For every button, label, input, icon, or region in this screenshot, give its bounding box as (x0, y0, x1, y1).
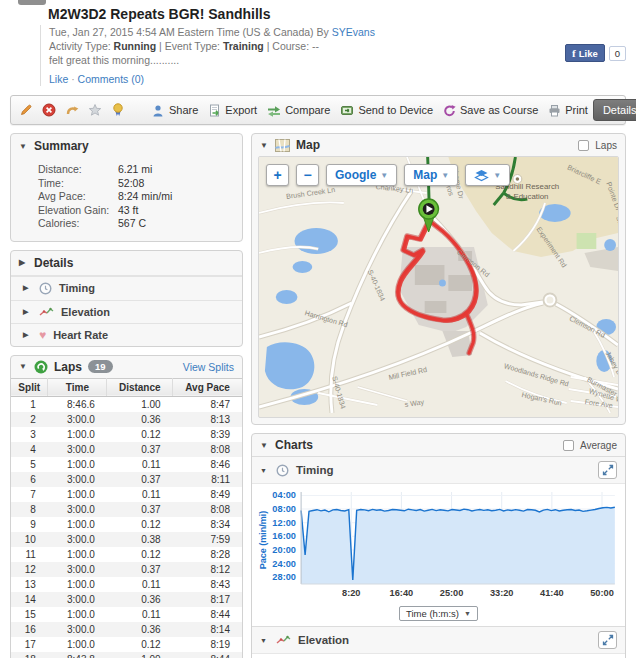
summary-value: 52:08 (118, 177, 144, 191)
map-controls: + − Google▼ Map▼ ▼ (266, 164, 510, 186)
elevation-chart-header[interactable]: ▼ Elevation (252, 626, 625, 653)
summary-panel: ▼ Summary Distance:6.21 mi Time:52:08 Av… (10, 133, 243, 242)
x-axis-unit-dropdown[interactable]: Time (h:m:s)▼ (399, 606, 478, 621)
map-layers-dropdown[interactable]: ▼ (465, 164, 510, 186)
details-item-heart-rate[interactable]: ▶ ♥ Heart Rate (11, 323, 242, 346)
social-links: Like · Comments (0) (49, 72, 626, 86)
comments-link[interactable]: Comments (0) (78, 73, 145, 85)
print-button[interactable]: Print (543, 101, 593, 120)
map-canvas[interactable]: Clemson RdS-40-1834S-40-1834Harrington R… (258, 156, 619, 418)
table-row[interactable]: 23:00.00.368:13 (11, 412, 242, 427)
save-as-course-button[interactable]: Save as Course (438, 101, 543, 120)
collapse-triangle-icon: ▼ (260, 441, 269, 450)
collapse-triangle-icon: ▼ (19, 142, 28, 151)
facebook-like-button[interactable]: fLike (565, 44, 605, 62)
map-zoom-out-button[interactable]: − (296, 164, 319, 186)
details-header[interactable]: ▶ Details (11, 251, 242, 276)
activity-header: M2W3D2 Repeats BGR! Sandhills Tue, Jan 2… (0, 0, 636, 88)
map-zoom-in-button[interactable]: + (266, 164, 289, 186)
table-row[interactable]: 111:00.00.128:28 (11, 547, 242, 562)
collapse-triangle-icon: ▼ (260, 467, 269, 474)
table-row[interactable]: 151:00.00.118:44 (11, 607, 242, 622)
summary-label: Calories: (38, 217, 118, 231)
event-type: Training (223, 40, 264, 52)
table-row[interactable]: 123:00.00.378:12 (11, 562, 242, 577)
facebook-like-count: 0 (609, 46, 626, 61)
details-item-elevation[interactable]: ▶ Elevation (11, 300, 242, 323)
share-button[interactable]: Share (147, 101, 203, 120)
table-row[interactable]: 51:00.00.118:46 (11, 457, 242, 472)
edit-pencil-icon[interactable] (19, 103, 33, 117)
charts-header[interactable]: ▼ Charts Average (252, 434, 625, 456)
timing-chart-header[interactable]: ▼ Timing (252, 456, 625, 483)
table-row[interactable]: 103:00.00.387:59 (11, 532, 242, 547)
collapse-triangle-icon: ▼ (260, 637, 269, 644)
activity-meta: Tue, Jan 27, 2015 4:54 AM Eastern Time (… (40, 25, 626, 86)
compare-button[interactable]: Compare (262, 101, 335, 120)
summary-body: Distance:6.21 mi Time:52:08 Avg Pace:8:2… (11, 158, 242, 241)
course: Course: -- (272, 40, 319, 52)
favorite-star-icon[interactable] (88, 103, 102, 117)
view-splits-link[interactable]: View Splits (183, 361, 234, 373)
map-header[interactable]: ▼ Map Laps (252, 134, 625, 156)
summary-header[interactable]: ▼ Summary (11, 134, 242, 158)
average-checkbox[interactable] (563, 440, 574, 451)
laps-checkbox[interactable] (578, 140, 589, 151)
table-row[interactable]: 83:00.00.378:08 (11, 502, 242, 517)
table-row[interactable]: 18:46.61.008:47 (11, 396, 242, 412)
elevation-chart-icon (276, 635, 291, 645)
x-tick-label: 8:20 (342, 588, 360, 598)
type-line: Activity Type: Running | Event Type: Tra… (49, 39, 626, 53)
table-row[interactable]: 171:00.00.128:19 (11, 637, 242, 652)
summary-value: 567 C (118, 217, 146, 231)
y-tick-label: 08:00 (272, 504, 296, 514)
x-tick-label: 33:20 (490, 588, 514, 598)
table-row[interactable]: 143:00.00.368:17 (11, 592, 242, 607)
table-row[interactable]: 91:00.00.128:34 (11, 517, 242, 532)
medal-icon[interactable] (111, 103, 125, 117)
facebook-like-widget: fLike 0 (565, 44, 626, 62)
curved-arrow-icon[interactable] (65, 103, 79, 117)
x-axis-unit-row: Time (h:m:s)▼ (252, 606, 625, 626)
export-file-icon (208, 104, 221, 117)
expand-chart-button[interactable] (598, 461, 617, 479)
map-provider-dropdown[interactable]: Google▼ (326, 164, 397, 186)
laps-table-header: SplitTimeDistanceAvg Pace (11, 378, 242, 396)
collapse-triangle-icon: ▼ (19, 362, 28, 371)
y-tick-label: 20:00 (272, 545, 296, 555)
author-link[interactable]: SYEvans (332, 26, 375, 38)
y-tick-label: 04:00 (272, 491, 296, 501)
export-button[interactable]: Export (203, 101, 262, 120)
laps-panel: ▼ Laps 19 View Splits SplitTimeDistanceA… (10, 355, 243, 658)
campus-label: & Education (506, 192, 549, 201)
x-tick-label: 50:00 (590, 588, 614, 598)
table-row[interactable]: 131:00.00.118:43 (11, 577, 242, 592)
collapse-triangle-icon: ▶ (23, 331, 32, 339)
expand-chart-button[interactable] (598, 631, 617, 649)
chevron-down-icon: ▼ (464, 610, 471, 617)
send-to-device-button[interactable]: Send to Device (335, 101, 438, 120)
laps-header[interactable]: ▼ Laps 19 View Splits (11, 356, 242, 378)
tab-details[interactable]: Details (593, 99, 636, 121)
table-row[interactable]: 43:00.00.378:08 (11, 442, 242, 457)
map-image[interactable]: Clemson RdS-40-1834S-40-1834Harrington R… (259, 157, 618, 413)
laps-count-badge: 19 (88, 360, 113, 373)
table-row[interactable]: 163:00.00.368:14 (11, 622, 242, 637)
map-type-dropdown[interactable]: Map▼ (404, 164, 458, 186)
elevation-chart[interactable]: 500450Elevation (ft) (252, 653, 625, 658)
table-row[interactable]: 63:00.00.378:11 (11, 472, 242, 487)
map-panel: ▼ Map Laps (251, 133, 626, 425)
table-row[interactable]: 188:43.81.008:44 (11, 652, 242, 658)
table-row[interactable]: 31:00.00.128:39 (11, 427, 242, 442)
chevron-down-icon: ▼ (380, 171, 388, 180)
timing-chart[interactable]: 04:0008:0012:0016:0020:0024:0028:008:201… (252, 483, 625, 606)
details-item-timing[interactable]: ▶ Timing (11, 276, 242, 300)
collapse-triangle-icon: ▶ (23, 308, 32, 316)
table-row[interactable]: 71:00.00.118:49 (11, 487, 242, 502)
delete-icon[interactable] (42, 103, 56, 117)
like-link[interactable]: Like (49, 73, 68, 85)
laps-icon (34, 360, 48, 374)
expand-icon (602, 464, 614, 476)
map-icon (275, 139, 290, 152)
activity-toolbar: Share Export Compare Send to Device Save… (10, 95, 626, 125)
